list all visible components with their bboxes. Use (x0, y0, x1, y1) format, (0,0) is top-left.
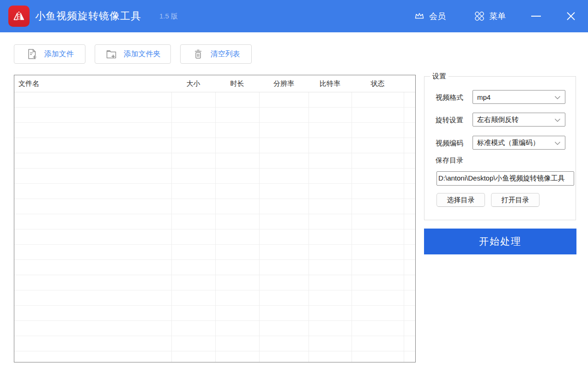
chevron-down-icon (554, 96, 561, 100)
clear-list-label: 清空列表 (211, 49, 240, 59)
settings-group: 设置 视频格式 mp4 旋转设置 左右颠倒反转 视频编码 标准模式（重编码） 保… (424, 76, 576, 220)
column-header-status: 状态 (352, 79, 404, 88)
video-encode-label: 视频编码 (436, 139, 463, 148)
menu-label: 菜单 (489, 11, 506, 22)
file-list-body (14, 92, 415, 362)
video-format-value: mp4 (477, 93, 491, 101)
app-version: 1.5 版 (159, 0, 178, 32)
column-divider (215, 75, 216, 362)
video-encode-select[interactable]: 标准模式（重编码） (473, 136, 565, 150)
minimize-icon (531, 16, 541, 17)
column-header-size: 大小 (171, 79, 215, 88)
trash-icon (192, 48, 204, 60)
save-dir-input[interactable]: D:\antoni\Desktop\小鱼视频旋转镜像工具 (436, 171, 574, 186)
member-button[interactable]: 会员 (414, 0, 446, 32)
video-format-select[interactable]: mp4 (473, 90, 565, 104)
choose-dir-button[interactable]: 选择目录 (436, 193, 485, 207)
rotate-setting-value: 左右颠倒反转 (477, 115, 519, 124)
column-divider (404, 75, 404, 362)
minimize-button[interactable] (523, 0, 549, 32)
settings-group-title: 设置 (430, 72, 449, 81)
file-list-header: 文件名 大小 时长 分辨率 比特率 状态 (14, 75, 415, 92)
clear-list-button[interactable]: 清空列表 (180, 44, 252, 64)
add-file-label: 添加文件 (44, 49, 74, 59)
app-logo-mirror-icon (8, 6, 30, 27)
app-title: 小鱼视频旋转镜像工具 (35, 0, 141, 32)
crown-icon (414, 11, 425, 22)
folder-plus-icon (105, 48, 117, 60)
close-button[interactable] (558, 0, 584, 32)
chevron-down-icon (554, 141, 561, 145)
column-header-resolution: 分辨率 (259, 79, 309, 88)
add-folder-label: 添加文件夹 (124, 49, 161, 59)
column-divider (309, 75, 309, 362)
menu-button[interactable]: 菜单 (474, 0, 506, 32)
titlebar: 小鱼视频旋转镜像工具 1.5 版 会员 菜单 (0, 0, 588, 32)
column-header-filename: 文件名 (14, 79, 171, 88)
add-file-button[interactable]: 添加文件 (14, 44, 85, 64)
start-processing-button[interactable]: 开始处理 (424, 229, 576, 254)
open-dir-button[interactable]: 打开目录 (491, 193, 540, 207)
video-format-label: 视频格式 (436, 93, 463, 102)
column-header-bitrate: 比特率 (309, 79, 352, 88)
add-folder-button[interactable]: 添加文件夹 (95, 44, 171, 64)
chevron-down-icon (554, 118, 561, 122)
member-label: 会员 (429, 11, 446, 22)
column-divider (259, 75, 260, 362)
column-divider (171, 75, 172, 362)
column-divider (352, 75, 352, 362)
save-dir-label: 保存目录 (436, 156, 463, 165)
rotate-setting-label: 旋转设置 (436, 116, 463, 125)
apps-grid-icon (474, 11, 485, 22)
column-header-duration: 时长 (215, 79, 259, 88)
video-encode-value: 标准模式（重编码） (477, 139, 540, 147)
close-icon (566, 11, 576, 21)
rotate-setting-select[interactable]: 左右颠倒反转 (473, 113, 565, 127)
file-plus-icon (26, 48, 38, 60)
file-list-table: 文件名 大小 时长 分辨率 比特率 状态 (14, 75, 416, 362)
